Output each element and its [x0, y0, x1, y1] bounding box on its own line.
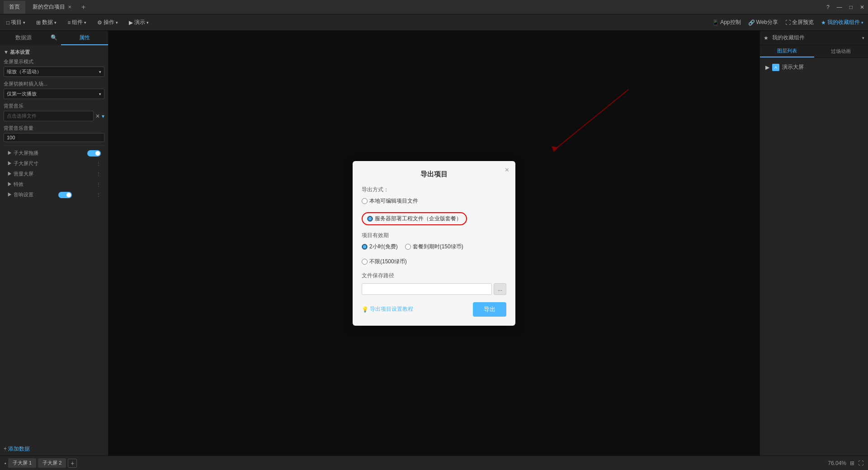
validity-label: 项目有效期: [362, 232, 506, 239]
validity-unlimited[interactable]: 不限(1500绿币): [362, 258, 407, 266]
toolbar: □ 项目 ▾ ⊞ 数据 ▾ ≡ 组件 ▾ ⚙ 操作 ▾ ▶ 演示 ▾ 📱 App…: [0, 14, 868, 31]
right-sidebar-toggle[interactable]: ▾: [862, 36, 864, 40]
toolbar-item-present[interactable]: ▶ 演示 ▾: [127, 18, 151, 27]
validity-2h[interactable]: 2小时(免费): [362, 243, 398, 251]
right-sidebar-tabs: 图层列表 过场动画: [760, 45, 868, 58]
prop-sound-settings[interactable]: ▶ 音响设置 ⋮: [4, 190, 104, 200]
prop-sub-screen-toggle[interactable]: ▶ 子大屏拖播: [4, 148, 104, 158]
screen-indicator: ▪: [5, 461, 6, 466]
bg-music-folder-btn[interactable]: ▾: [102, 113, 104, 119]
toolbar-item-data[interactable]: ⊞ 数据 ▾: [34, 18, 58, 27]
close-tab-btn[interactable]: ✕: [68, 5, 71, 9]
right-tab-transition[interactable]: 过场动画: [814, 45, 868, 57]
bottom-bar: ▪ 子大屏 1 子大屏 2 + 76.04% ⊞ ⛶: [0, 456, 868, 470]
toolbar-item-action[interactable]: ⚙ 操作 ▾: [95, 18, 120, 27]
web-share-btn[interactable]: 🔗 Web分享: [748, 19, 778, 26]
bg-music-clear-btn[interactable]: ✕: [95, 113, 100, 119]
bg-volume-input[interactable]: [4, 133, 104, 142]
fit-screen-btn[interactable]: ⊞: [850, 460, 854, 466]
tutorial-link[interactable]: 💡 导出项目设置教程: [362, 305, 413, 313]
sidebar-tab-datasource[interactable]: 数据源: [0, 31, 47, 45]
modal-title: 导出项目: [362, 170, 506, 179]
export-modal: 导出项目 × 导出方式： 本地可编辑项目文件 服务器部署工程文件（企业版套餐）: [353, 161, 515, 326]
prop-large-screen[interactable]: ▶ 营显大屏 ⋮: [4, 169, 104, 179]
right-sidebar-content: ▶ A 演示大屏: [760, 58, 868, 76]
tab-home[interactable]: 首页: [4, 1, 25, 14]
export-server-option[interactable]: 服务器部署工程文件（企业版套餐）: [367, 215, 462, 223]
window-controls: ? — □ ✕: [826, 4, 864, 10]
right-sidebar: ★ 我的收藏组件 ▾ 图层列表 过场动画 ▶ A 演示大屏: [760, 31, 868, 456]
fullscreen-mode-select[interactable]: 缩放（不适动） ▾: [4, 66, 104, 77]
layer-item-screen[interactable]: ▶ A 演示大屏: [764, 62, 864, 73]
add-tab-btn[interactable]: +: [79, 3, 88, 11]
prop-bg-music: 背景音乐 点击选择文件 ✕ ▾: [4, 103, 104, 121]
prop-effects[interactable]: ▶ 特效 ⋮: [4, 179, 104, 190]
screen-icon: A: [772, 64, 779, 71]
file-path-input[interactable]: [362, 283, 492, 295]
zoom-level: 76.04%: [828, 460, 846, 466]
fullscreen-btn[interactable]: ⛶: [858, 460, 863, 466]
right-sidebar-header: ★ 我的收藏组件 ▾: [760, 31, 868, 45]
validity-package[interactable]: 套餐到期时(150绿币): [405, 243, 463, 251]
prop-bg-volume: 背景音乐音量: [4, 125, 104, 142]
toolbar-item-project[interactable]: □ 项目 ▾: [5, 18, 27, 27]
right-tab-layers[interactable]: 图层列表: [760, 45, 814, 57]
main-layout: 数据源 🔍 属性 ▼ 基本设置 全屏显示模式 缩放（不适动） ▾ 全屏切换时插入…: [0, 31, 868, 456]
prop-fullscreen-mode: 全屏显示模式 缩放（不适动） ▾: [4, 58, 104, 77]
export-method-label: 导出方式：: [362, 186, 506, 194]
modal-footer: 💡 导出项目设置教程 导出: [362, 302, 506, 317]
file-path-row: ...: [362, 283, 506, 295]
properties-panel: ▼ 基本设置 全屏显示模式 缩放（不适动） ▾ 全屏切换时插入场... 仅第一次…: [0, 45, 108, 442]
help-btn[interactable]: ?: [826, 4, 830, 10]
app-control-btn[interactable]: 📱 App控制: [712, 19, 741, 26]
file-browse-btn[interactable]: ...: [494, 283, 506, 295]
section-basic[interactable]: ▼ 基本设置: [4, 49, 104, 56]
minimize-btn[interactable]: —: [837, 4, 842, 10]
my-favorites-btn[interactable]: ★ 我的收藏组件 ▾: [821, 19, 863, 26]
bottom-right: 76.04% ⊞ ⛶: [828, 460, 863, 466]
left-sidebar: 数据源 🔍 属性 ▼ 基本设置 全屏显示模式 缩放（不适动） ▾ 全屏切换时插入…: [0, 31, 108, 456]
modal-close-btn[interactable]: ×: [505, 166, 509, 174]
maximize-btn[interactable]: □: [849, 4, 853, 10]
export-server-highlight: 服务器部署工程文件（企业版套餐）: [362, 212, 467, 225]
add-screen-tab-btn[interactable]: +: [68, 459, 77, 468]
bg-music-file-display: 点击选择文件: [4, 111, 94, 121]
sidebar-tab-search[interactable]: 🔍: [47, 31, 61, 45]
export-btn[interactable]: 导出: [473, 302, 506, 317]
export-local-option[interactable]: 本地可编辑项目文件: [362, 197, 418, 205]
prop-fullscreen-switch: 全屏切换时插入场... 仅第一次播放 ▾: [4, 81, 104, 99]
modal-overlay: 导出项目 × 导出方式： 本地可编辑项目文件 服务器部署工程文件（企业版套餐）: [108, 31, 760, 456]
sidebar-tabs: 数据源 🔍 属性: [0, 31, 108, 45]
validity-group: 2小时(免费) 套餐到期时(150绿币) 不限(1500绿币): [362, 243, 506, 266]
toolbar-item-component[interactable]: ≡ 组件 ▾: [66, 18, 88, 27]
sidebar-tab-properties[interactable]: 属性: [61, 31, 108, 45]
tab-project[interactable]: 新的空白项目 ✕: [27, 1, 77, 14]
add-data-btn[interactable]: + 添加数据: [0, 442, 108, 456]
export-method-group: 本地可编辑项目文件 服务器部署工程文件（企业版套餐）: [362, 197, 506, 225]
toolbar-right: 📱 App控制 🔗 Web分享 ⛶ 全屏预览 ★ 我的收藏组件 ▾: [712, 19, 863, 26]
fullscreen-preview-btn[interactable]: ⛶ 全屏预览: [785, 19, 814, 26]
title-bar: 首页 新的空白项目 ✕ + ? — □ ✕: [0, 0, 868, 14]
screen-tab-1[interactable]: 子大屏 1: [8, 458, 36, 468]
file-path-label: 文件保存路径: [362, 272, 506, 280]
canvas-area: 导出项目 × 导出方式： 本地可编辑项目文件 服务器部署工程文件（企业版套餐）: [108, 31, 760, 456]
prop-sub-screen-size[interactable]: ▶ 子大屏尺寸 ⋮: [4, 158, 104, 169]
sub-screen-toggle[interactable]: [87, 150, 101, 157]
close-window-btn[interactable]: ✕: [860, 4, 864, 10]
sound-settings-toggle[interactable]: [58, 192, 72, 198]
fullscreen-switch-select[interactable]: 仅第一次播放 ▾: [4, 89, 104, 99]
screen-tab-2[interactable]: 子大屏 2: [38, 458, 66, 468]
